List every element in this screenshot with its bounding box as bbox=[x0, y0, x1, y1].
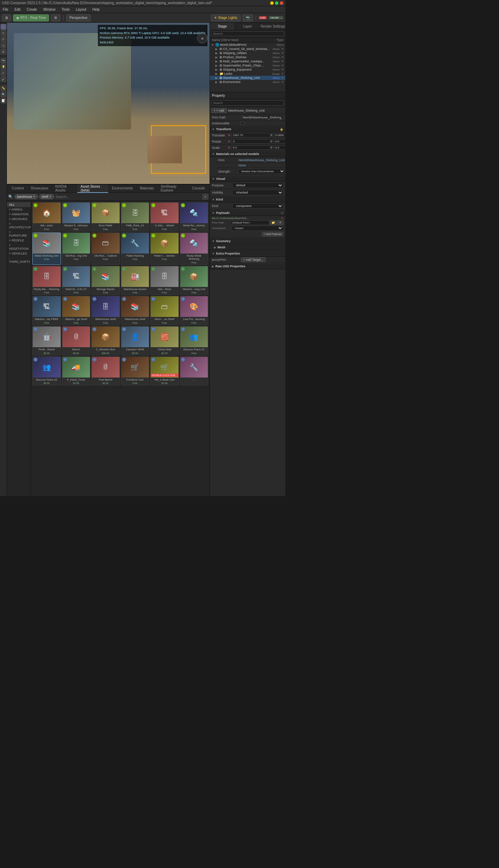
asset-item[interactable]: ⬡ 🏗 Wareho...oly FREE Free bbox=[32, 296, 61, 325]
settings-button[interactable]: ⚙ bbox=[51, 14, 60, 21]
light-tool[interactable]: 💡 bbox=[1, 64, 6, 70]
tab-render-settings[interactable]: Render Settings bbox=[261, 23, 285, 30]
asset-item[interactable]: ✓ 📚 Storage Racks Free bbox=[91, 266, 120, 295]
asset-item[interactable]: ⬡ 👥 Discuss Plans 02 $4.50 bbox=[32, 356, 61, 386]
remove-shelf-tag[interactable]: ✕ bbox=[49, 195, 52, 198]
asset-item[interactable]: N 📦 Pallet c... section Free bbox=[150, 232, 179, 265]
asset-item[interactable]: ✓ 📦 Wareho...ving Unit Free bbox=[180, 266, 208, 295]
tab-simready[interactable]: SimReady Explorer bbox=[157, 185, 189, 193]
category-third-party[interactable]: - THIRD_PARTY_MI... bbox=[7, 256, 31, 264]
category-people[interactable]: + PEOPLE bbox=[7, 238, 31, 243]
asset-item[interactable]: N 📦 Euro Pallet Free bbox=[91, 202, 120, 231]
asset-item-war-rack[interactable]: ✓ 🗄 War...Rack Free bbox=[150, 266, 179, 295]
visibility-icon[interactable]: 👁 bbox=[281, 68, 284, 71]
extra-props-section-header[interactable]: ▼ Extra Properties bbox=[210, 250, 285, 257]
asset-item[interactable]: ⬡ 📦 C_Wooden Box $30.00 bbox=[91, 326, 120, 355]
category-furniture[interactable]: + FURNITURE bbox=[7, 230, 31, 238]
expand-arrow[interactable]: ▶ bbox=[215, 68, 219, 71]
search-tag-warehouse[interactable]: warehouse ✕ bbox=[14, 194, 38, 199]
visibility-icon[interactable]: 👁 bbox=[281, 52, 284, 55]
visibility-icon[interactable]: 👁 bbox=[281, 81, 284, 84]
tab-stage[interactable]: Stage bbox=[210, 23, 235, 30]
payload-remove-btn[interactable]: ✕ bbox=[277, 220, 283, 225]
stage-lights-button[interactable]: ☀ Stage Lights bbox=[211, 14, 241, 21]
search-tag-shelf[interactable]: shelf ✕ bbox=[39, 194, 54, 199]
asset-item-hd-uboat[interactable]: ⬡ 🛒 DOUBLE CLICK FOR... HD_U-Boat Cart $… bbox=[150, 356, 179, 386]
category-vegetation[interactable]: + VEGETATION bbox=[7, 243, 31, 251]
asset-item[interactable]: N 🗃 Old Rus... Cabinet Free bbox=[91, 232, 120, 265]
tab-console[interactable]: Console bbox=[189, 185, 208, 193]
menu-help[interactable]: Help bbox=[91, 7, 101, 12]
visibility-icon[interactable]: 👁 bbox=[281, 60, 284, 63]
tree-item-shipping-equipment[interactable]: ▶ ⊞ Shipping_Equipment Xform 👁 bbox=[210, 68, 285, 72]
scale-x-input[interactable] bbox=[232, 145, 270, 150]
category-all[interactable]: ALL bbox=[7, 202, 31, 207]
asset-item[interactable]: N 🗄 FMB_Rack_01 Free bbox=[121, 202, 150, 231]
lock-icon[interactable]: 🔒 bbox=[280, 128, 283, 131]
scale-y-input[interactable] bbox=[274, 145, 285, 150]
payload-remove-button[interactable]: ✕ bbox=[281, 217, 283, 220]
visibility-icon[interactable]: 👁 bbox=[281, 76, 284, 80]
raw-usd-section-header[interactable]: ▶ Raw USD Properties bbox=[210, 263, 285, 269]
tree-search-input[interactable] bbox=[211, 31, 284, 36]
rtx-realtime-button[interactable]: ◉ RTX - Real-Time bbox=[13, 14, 49, 21]
visual-section-header[interactable]: ▼ Visual bbox=[210, 176, 285, 182]
prim-path-input[interactable] bbox=[241, 115, 283, 120]
asset-item[interactable]: ⬡ 🛢 Fuel Barrel $2.00 bbox=[91, 356, 120, 386]
menu-file[interactable]: File bbox=[1, 7, 10, 12]
maximize-button[interactable] bbox=[275, 1, 278, 5]
mesh-section-header[interactable]: ▶ Mesh bbox=[210, 244, 285, 250]
expand-arrow[interactable]: ▶ bbox=[215, 60, 219, 63]
remove-warehouse-tag[interactable]: ✕ bbox=[33, 195, 35, 198]
tab-showcases[interactable]: Showcases bbox=[27, 185, 52, 193]
translate-x-input[interactable] bbox=[232, 133, 270, 137]
asset-item-metal-shelving[interactable]: N 📚 Metal Shelving Unit Free bbox=[32, 232, 61, 265]
tree-item-cs-ascend[interactable]: ▶ ⊞ CS_Ascend_Sit_stand_Worksta... Xform… bbox=[210, 47, 285, 51]
add-target-button[interactable]: + Add Target... bbox=[241, 257, 266, 262]
analyze-tool[interactable]: 🔍 bbox=[1, 92, 6, 97]
tree-item-looks[interactable]: ▶ 📁 Looks Scope 👁 bbox=[210, 72, 285, 76]
category-archives[interactable]: + ARCHIVES bbox=[7, 217, 31, 221]
asset-item[interactable]: N 🔧 Pallet Racking Free bbox=[121, 232, 150, 265]
add-payload-button[interactable]: + Add Payload bbox=[262, 232, 283, 236]
visibility-icon[interactable]: 👁 bbox=[281, 72, 284, 75]
filter-button[interactable]: ≡ bbox=[203, 194, 208, 199]
kind-section-header[interactable]: ▼ Kind bbox=[210, 196, 285, 203]
property-search-input[interactable] bbox=[211, 100, 284, 106]
category-animation[interactable]: + ANIMATION bbox=[7, 212, 31, 217]
rotate-y-input[interactable] bbox=[274, 139, 285, 144]
viewport-gizmo[interactable]: ⊕ bbox=[197, 33, 207, 43]
kind-dropdown[interactable]: component assembly subcomponent group bbox=[232, 203, 283, 209]
transform-section-header[interactable]: ▼ Transform 🔒 bbox=[210, 126, 285, 132]
asset-item[interactable]: N 🏠 Ark...ouse Free bbox=[32, 202, 61, 231]
rotate-x-input[interactable] bbox=[232, 139, 270, 144]
visibility-icon[interactable]: 👁 bbox=[281, 48, 284, 51]
materials-section-header[interactable]: ▼ Materials on selected models bbox=[210, 151, 285, 157]
tree-item-environment[interactable]: ▶ ⊞ Environment Xform 👁 bbox=[210, 80, 285, 84]
payloads-section-header[interactable]: ▼ Payloads ☑ bbox=[210, 210, 285, 216]
annotation-tool[interactable]: 📝 bbox=[1, 98, 6, 103]
tree-item-shipping-utils[interactable]: ▶ ⊞ Shipping_Utilities Xform 👁 bbox=[210, 51, 285, 55]
visibility-icon[interactable]: 👁 bbox=[281, 64, 284, 67]
window-controls[interactable] bbox=[270, 1, 283, 5]
camera-button[interactable]: 📷 bbox=[243, 14, 253, 21]
mat-strength-dropdown[interactable]: Weaker than Descendents Stronger than De… bbox=[238, 169, 285, 174]
close-button[interactable] bbox=[280, 1, 283, 5]
minimize-button[interactable] bbox=[270, 1, 274, 5]
tab-layer[interactable]: Layer bbox=[235, 23, 260, 30]
viewport-3d[interactable]: FPS: 36.56, Frame time: 27.35 ms NVIDIA … bbox=[7, 23, 210, 185]
menu-tools[interactable]: Tools bbox=[60, 7, 71, 12]
menu-create[interactable]: Create bbox=[25, 7, 38, 12]
asset-item-warehouse-shelf-1[interactable]: ⬡ 🗄 Warehouse shelf Free bbox=[91, 296, 120, 325]
snap-button[interactable]: ⊞ bbox=[2, 14, 11, 21]
prop-add-button[interactable]: + + Add bbox=[211, 108, 227, 113]
asset-item[interactable]: ⬡ 🔧 ... bbox=[180, 356, 208, 386]
expand-arrow[interactable]: ▶ bbox=[215, 76, 219, 80]
tab-asset-stores[interactable]: Asset Stores (beta) bbox=[77, 185, 109, 193]
tab-nvidia-assets[interactable]: NVIDIA Assets bbox=[52, 185, 77, 193]
expand-arrow[interactable]: ▶ bbox=[215, 72, 219, 75]
visibility-dropdown[interactable]: inherited visible invisible bbox=[232, 190, 283, 195]
asset-item[interactable]: N 🧺 Basket S...rehouse Free bbox=[62, 202, 91, 231]
payload-folder-button[interactable]: 📁 bbox=[270, 220, 277, 225]
menu-window[interactable]: Window bbox=[42, 7, 57, 12]
